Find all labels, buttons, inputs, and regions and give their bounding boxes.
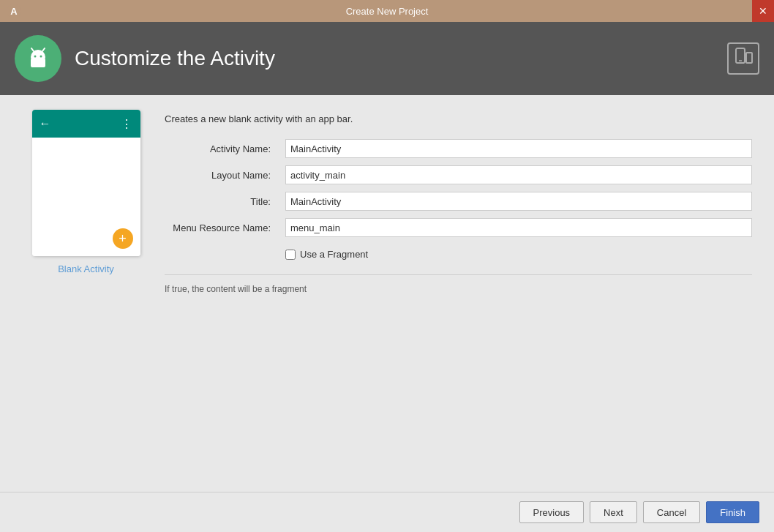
activity-name-label: Activity Name: [165,143,278,154]
layout-name-input[interactable] [285,165,752,184]
hint-text: If true, the content will be a fragment [165,284,752,294]
layout-name-label: Layout Name: [165,170,278,181]
svg-line-6 [31,48,34,51]
menu-dots-icon: ⋮ [121,117,133,131]
finish-button[interactable]: Finish [706,501,759,523]
menu-resource-name-input[interactable] [285,218,752,237]
title-bar: A Create New Project ✕ [0,0,774,22]
svg-point-5 [40,56,42,58]
preview-section: ← ⋮ + Blank Activity [22,110,150,484]
main-content: ← ⋮ + Blank Activity Creates a new blank… [0,95,774,492]
preview-label: Blank Activity [58,263,114,274]
divider [165,274,752,275]
menu-resource-name-label: Menu Resource Name: [165,222,278,233]
form-section: Creates a new blank activity with an app… [165,110,752,484]
header: Customize the Activity [0,22,774,95]
phone-body: + [32,138,140,256]
title-bar-title: Create New Project [346,6,429,17]
activity-name-input[interactable] [285,139,752,158]
use-fragment-checkbox[interactable] [285,250,296,260]
content-body: ← ⋮ + Blank Activity Creates a new blank… [22,110,752,484]
title-label: Title: [165,196,278,207]
app-logo: A [6,3,22,19]
page-title: Customize the Activity [75,47,275,70]
phone-topbar: ← ⋮ [32,110,140,138]
svg-rect-3 [31,59,45,67]
android-logo [15,35,61,82]
form-grid: Activity Name: Layout Name: Title: Menu … [165,139,752,260]
svg-rect-9 [746,53,752,63]
svg-line-7 [42,48,45,51]
title-input[interactable] [285,192,752,211]
phone-preview-icon [727,42,759,75]
next-button[interactable]: Next [590,501,637,523]
svg-point-4 [34,56,37,58]
fab-button: + [113,228,133,249]
back-arrow-icon: ← [40,117,51,130]
phone-mockup: ← ⋮ + [32,110,140,256]
previous-button[interactable]: Previous [519,501,585,523]
description-text: Creates a new blank activity with an app… [165,113,752,124]
use-fragment-row: Use a Fragment [285,249,752,260]
use-fragment-label[interactable]: Use a Fragment [300,249,368,260]
close-button[interactable]: ✕ [752,0,774,22]
footer: Previous Next Cancel Finish [0,492,774,532]
cancel-button[interactable]: Cancel [643,501,700,523]
svg-text:A: A [10,6,18,17]
